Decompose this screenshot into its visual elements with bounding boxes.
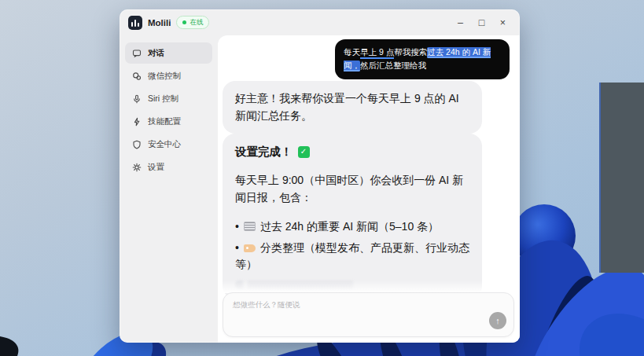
desktop: Molili 在线 – □ × 对话微信控制Siri 控制技能配置安全中心设置 … (0, 0, 644, 356)
app-logo-icon (128, 16, 142, 30)
check-mark-icon: ✓ (298, 146, 310, 158)
bullet-text: 分类整理（模型发布、产品更新、行业动态等） (235, 241, 469, 271)
window-controls: – □ × (450, 13, 513, 33)
app-title: Molili (148, 18, 171, 28)
status-badge-label: 在线 (190, 18, 203, 28)
sidebar-item-1[interactable]: 微信控制 (125, 65, 212, 86)
newspaper-icon (244, 222, 256, 231)
bullet-item: 分类整理（模型发布、产品更新、行业动态等） (235, 240, 469, 273)
chat-icon (132, 49, 142, 58)
assistant-message-bubble: 设置完成！ ✓ 每天早上 9:00（中国时区）你会收到一份 AI 新闻日报，包含… (223, 134, 482, 299)
close-button[interactable]: × (492, 13, 513, 33)
sidebar-item-label: 设置 (148, 162, 164, 173)
online-dot-icon (182, 20, 186, 24)
sidebar-item-3[interactable]: 技能配置 (125, 111, 212, 132)
assistant-message-bubble: 好主意！我来帮你设置一个每天早上 9 点的 AI 新闻汇总任务。 (223, 81, 482, 134)
sidebar-item-5[interactable]: 设置 (125, 156, 212, 178)
composer: ↑ (223, 292, 514, 337)
sidebar-item-0[interactable]: 对话 (125, 42, 212, 64)
sidebar-item-label: 安全中心 (148, 139, 181, 150)
gear-icon (132, 163, 142, 172)
arrow-up-icon: ↑ (495, 316, 500, 325)
background-panel (599, 83, 644, 273)
user-message-segment: 然后汇总整理给我 (360, 61, 426, 70)
lightning-icon (132, 117, 142, 127)
titlebar[interactable]: Molili 在线 – □ × (120, 9, 520, 35)
wechat-icon (132, 72, 142, 81)
user-message-bubble: 每天早上 9 点帮我搜索过去 24h 的 AI 新闻，然后汇总整理给我 (335, 39, 510, 79)
minimize-button[interactable]: – (450, 13, 471, 33)
bullet-text: 过去 24h 的重要 AI 新闻（5–10 条） (260, 220, 439, 233)
user-message-segment: 帮我搜索 (394, 47, 427, 57)
user-message-segment: 早上 9 点 (360, 47, 394, 59)
assistant-message-text: 好主意！我来帮你设置一个每天早上 9 点的 AI 新闻汇总任务。 (235, 92, 459, 122)
app-window: Molili 在线 – □ × 对话微信控制Siri 控制技能配置安全中心设置 … (120, 9, 520, 343)
status-badge: 在线 (176, 16, 209, 29)
message-intro: 每天早上 9:00（中国时区）你会收到一份 AI 新闻日报，包含： (235, 172, 469, 206)
maximize-button[interactable]: □ (471, 13, 492, 33)
sidebar-item-label: Siri 控制 (148, 94, 178, 105)
tag-icon (244, 244, 256, 252)
sidebar-item-label: 微信控制 (148, 71, 181, 82)
message-heading-text: 设置完成！ (235, 143, 293, 160)
sidebar-item-label: 对话 (148, 48, 164, 59)
sidebar-item-4[interactable]: 安全中心 (125, 134, 212, 155)
scroll-fade (218, 281, 520, 293)
bullet-list: 过去 24h 的重要 AI 新闻（5–10 条）分类整理（模型发布、产品更新、行… (235, 218, 469, 273)
message-heading: 设置完成！ ✓ (235, 143, 469, 160)
message-input[interactable] (223, 293, 513, 336)
sidebar: 对话微信控制Siri 控制技能配置安全中心设置 (120, 35, 218, 343)
bullet-item: 过去 24h 的重要 AI 新闻（5–10 条） (235, 218, 469, 236)
chat-panel: 每天早上 9 点帮我搜索过去 24h 的 AI 新闻，然后汇总整理给我 好主意！… (218, 35, 520, 343)
shield-icon (132, 140, 142, 149)
user-message-segment: 每天 (344, 47, 360, 57)
microphone-icon (132, 94, 142, 104)
sidebar-item-2[interactable]: Siri 控制 (125, 88, 212, 109)
send-button[interactable]: ↑ (489, 312, 506, 329)
sidebar-item-label: 技能配置 (148, 116, 181, 127)
